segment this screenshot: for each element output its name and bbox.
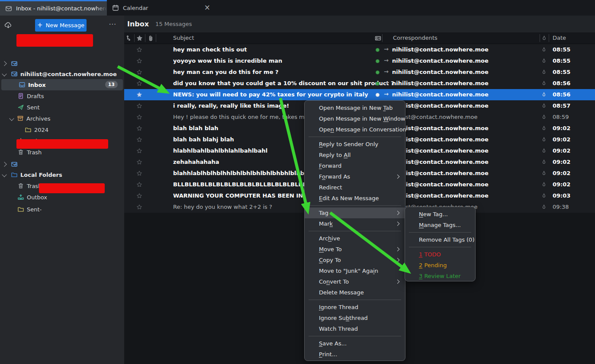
- star-icon[interactable]: [136, 47, 142, 53]
- menu-item-tag[interactable]: Tag: [305, 208, 405, 218]
- star-icon[interactable]: [136, 80, 142, 86]
- junk-toggle-icon[interactable]: [541, 103, 547, 109]
- menu-item-1-todo[interactable]: 1 TODO: [405, 249, 475, 260]
- junk-toggle-icon[interactable]: [541, 58, 547, 64]
- star-icon[interactable]: [136, 69, 142, 75]
- sidebar-item-archives[interactable]: Archives: [0, 113, 124, 124]
- chevron-down-icon[interactable]: [2, 172, 6, 177]
- star-icon[interactable]: [136, 114, 142, 120]
- message-date: 08:55: [553, 46, 570, 53]
- sidebar-item-local-folders[interactable]: Local Folders: [0, 169, 124, 180]
- sidebar-item-nihilist-contact-nowhere-moe[interactable]: nihilist@contact.nowhere.moe: [0, 68, 124, 80]
- menu-item-forward-as[interactable]: Forward As: [305, 171, 405, 182]
- star-icon[interactable]: [136, 125, 142, 131]
- menu-item-delete-message[interactable]: Delete Message: [305, 287, 405, 298]
- correspondents-column-icon[interactable]: [375, 35, 381, 42]
- star-icon[interactable]: [136, 193, 142, 199]
- unread-dot-icon[interactable]: [376, 82, 380, 86]
- menu-item-move-to[interactable]: Move To: [305, 244, 405, 255]
- menu-item-archive[interactable]: Archive: [305, 233, 405, 244]
- column-date[interactable]: Date: [553, 35, 566, 41]
- tab-inbox[interactable]: Inbox - nihilist@contact.nowhere.moe: [0, 0, 107, 16]
- menu-item-remove-all-tags-0[interactable]: Remove All Tags (0): [405, 234, 475, 245]
- junk-toggle-icon[interactable]: [541, 148, 547, 154]
- message-date: 08:56: [553, 80, 570, 86]
- message-row[interactable]: hey man can you do this for me ?→nihilis…: [124, 67, 595, 78]
- menu-item-print[interactable]: Print...: [305, 349, 405, 360]
- junk-toggle-icon[interactable]: [541, 170, 547, 176]
- star-icon[interactable]: [136, 103, 142, 109]
- sidebar-item-inbox[interactable]: Inbox13: [1, 79, 123, 90]
- message-row[interactable]: yoyoyo wow this is incredible man→nihili…: [124, 55, 595, 67]
- close-tab-icon[interactable]: ×: [204, 3, 210, 12]
- get-messages-icon[interactable]: [4, 21, 12, 29]
- menu-item-reply-to-sender-only[interactable]: Reply to Sender Only: [305, 139, 405, 150]
- junk-toggle-icon[interactable]: [541, 47, 547, 53]
- menu-item-save-as[interactable]: Save As...: [305, 338, 405, 349]
- junk-toggle-icon[interactable]: [541, 80, 547, 86]
- sidebar-item-drafts[interactable]: Drafts: [0, 90, 124, 102]
- sidebar-item-sent[interactable]: Sent-: [0, 204, 124, 215]
- star-icon[interactable]: [136, 58, 142, 64]
- unread-dot-icon[interactable]: [376, 93, 380, 97]
- junk-toggle-icon[interactable]: [541, 193, 547, 199]
- star-column-icon[interactable]: [136, 35, 143, 42]
- menu-item-open-message-in-conversation[interactable]: Open Message in Conversation: [305, 124, 405, 135]
- menu-item-ignore-subthread[interactable]: Ignore Subthread: [305, 313, 405, 323]
- star-icon[interactable]: [136, 159, 142, 165]
- junk-toggle-icon[interactable]: [541, 137, 547, 143]
- junk-toggle-icon[interactable]: [541, 182, 547, 188]
- menu-item-new-tag[interactable]: New Tag...: [405, 209, 475, 220]
- menu-item-mark[interactable]: Mark: [305, 218, 405, 229]
- menu-item-copy-to[interactable]: Copy To: [305, 255, 405, 265]
- unread-dot-icon[interactable]: [376, 48, 380, 52]
- junk-toggle-icon[interactable]: [541, 114, 547, 120]
- sidebar-item-2024[interactable]: 2024: [0, 124, 124, 135]
- star-icon[interactable]: [136, 170, 142, 176]
- junk-toggle-icon[interactable]: [541, 69, 547, 75]
- menu-item-forward[interactable]: Forward: [305, 160, 405, 171]
- menu-item-move-to-junk-again[interactable]: Move to "Junk" Again: [305, 265, 405, 276]
- more-options-icon[interactable]: ···: [109, 21, 116, 29]
- chevron-right-icon[interactable]: [2, 61, 6, 66]
- star-icon[interactable]: [136, 204, 142, 210]
- menu-item-convert-to[interactable]: Convert To: [305, 276, 405, 287]
- sidebar-item-account[interactable]: [0, 159, 124, 170]
- menu-item-watch-thread[interactable]: Watch Thread: [305, 323, 405, 334]
- column-subject[interactable]: Subject: [173, 35, 194, 41]
- star-selected-icon[interactable]: [136, 92, 142, 98]
- junk-column-icon[interactable]: [541, 35, 547, 42]
- menu-item-reply-to-all[interactable]: Reply to All: [305, 150, 405, 160]
- chevron-down-icon[interactable]: [2, 71, 6, 76]
- attachment-column-icon[interactable]: [148, 35, 154, 42]
- message-row[interactable]: hey man check this out→nihilist@contact.…: [124, 44, 595, 55]
- menu-item-open-message-in-new-tab[interactable]: Open Message in New Tab: [305, 102, 405, 113]
- message-row[interactable]: did you know that you could get a 10% di…: [124, 78, 595, 89]
- star-icon[interactable]: [136, 137, 142, 143]
- sidebar-item-sent[interactable]: Sent: [0, 102, 124, 113]
- menu-item-2-pending[interactable]: 2 Pending: [405, 260, 475, 271]
- unread-dot-icon[interactable]: [376, 59, 380, 63]
- message-subject: NEWS: you will need to pay 42% taxes for…: [173, 91, 368, 98]
- unread-dot-icon[interactable]: [376, 70, 380, 74]
- message-row[interactable]: NEWS: you will need to pay 42% taxes for…: [124, 89, 595, 100]
- menu-item-open-message-in-new-window[interactable]: Open Message in New Window: [305, 113, 405, 124]
- menu-item-3-review-later[interactable]: 3 Review Later: [405, 271, 475, 281]
- star-icon[interactable]: [136, 148, 142, 154]
- column-correspondents[interactable]: Correspondents: [393, 35, 437, 41]
- menu-item-redirect[interactable]: Redirect: [305, 182, 405, 193]
- junk-toggle-icon[interactable]: [541, 204, 547, 210]
- junk-toggle-icon[interactable]: [541, 159, 547, 165]
- chevron-right-icon[interactable]: [2, 162, 6, 166]
- sidebar-item-account[interactable]: [0, 58, 124, 69]
- new-message-button[interactable]: + New Message: [35, 19, 87, 32]
- thread-column-icon[interactable]: [126, 35, 132, 42]
- menu-item-manage-tags[interactable]: Manage Tags...: [405, 220, 475, 230]
- menu-item-ignore-thread[interactable]: Ignore Thread: [305, 302, 405, 313]
- menu-item-edit-as-new-message[interactable]: Edit As New Message: [305, 193, 405, 204]
- chevron-down-icon[interactable]: [9, 116, 14, 121]
- junk-toggle-icon[interactable]: [541, 125, 547, 131]
- star-icon[interactable]: [136, 182, 142, 188]
- junk-toggle-icon[interactable]: [541, 92, 547, 98]
- tab-calendar[interactable]: Calendar ×: [107, 0, 216, 16]
